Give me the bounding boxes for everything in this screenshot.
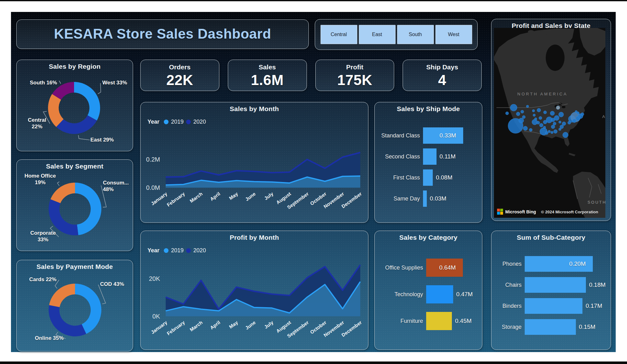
map-bubble[interactable] <box>550 111 555 115</box>
dashboard-page: KESARA Store Sales Dashboard Central Eas… <box>0 0 627 364</box>
bar[interactable] <box>423 169 433 186</box>
filter-button-east[interactable]: East <box>359 25 396 44</box>
sales-by-region-chart[interactable]: Sales by Region West 33%East 29%Central2… <box>16 60 133 151</box>
map-bubble[interactable] <box>575 110 577 113</box>
map-bubble[interactable] <box>544 111 547 114</box>
area-chart-svg[interactable]: 0.0M0.2MJanuaryFebruaryMarchAprilMayJune… <box>141 102 368 222</box>
map-bubble[interactable] <box>572 119 576 123</box>
region-filter-panel: Central East South West <box>315 19 478 50</box>
map-bubble[interactable] <box>533 114 535 116</box>
donut-slice-online[interactable] <box>49 305 86 336</box>
map-bubble[interactable] <box>522 115 525 119</box>
bar-row-chairs: Chairs0.18M <box>496 277 606 293</box>
bar-row-second-class: Second Class0.11M <box>379 148 478 165</box>
page-title: KESARA Store Sales Dashboard <box>17 20 308 48</box>
x-axis-label: April <box>209 191 221 202</box>
kpi-card-sales[interactable]: Sales 1.6M <box>228 60 307 91</box>
map-bubble[interactable] <box>532 110 535 112</box>
map-bubble[interactable] <box>539 116 542 120</box>
bar[interactable] <box>525 319 576 335</box>
map-bubble[interactable] <box>534 118 537 120</box>
map-bubble[interactable] <box>554 115 559 120</box>
map-bubble[interactable] <box>537 108 541 112</box>
map-atlantic-letter: A <box>602 114 605 119</box>
filter-button-south[interactable]: South <box>397 25 434 44</box>
map-panel[interactable]: Profit and Sales by State <box>491 19 611 221</box>
map-bubble[interactable] <box>543 126 546 129</box>
map-bubble[interactable] <box>562 122 566 126</box>
bar[interactable] <box>525 277 586 293</box>
map-bubble[interactable] <box>510 104 517 111</box>
map-bubble-layer[interactable] <box>494 28 605 218</box>
area-chart-svg[interactable]: 0K20KJanuaryFebruaryMarchAprilMayJuneJul… <box>141 231 368 350</box>
map-bubble[interactable] <box>554 130 557 133</box>
bar-row-office-supplies: Office Supplies0.64M <box>379 259 478 277</box>
bar-row-binders: Binders0.17M <box>496 298 606 314</box>
map-bubble[interactable] <box>545 131 548 135</box>
bar-rows: Standard Class0.33MSecond Class0.11MFirs… <box>379 127 478 207</box>
map-bubble[interactable] <box>506 112 509 115</box>
map-bubble[interactable] <box>556 106 560 110</box>
leader-line <box>98 83 101 94</box>
chart-title: Sum of Sub-Category <box>491 234 611 241</box>
filter-button-central[interactable]: Central <box>320 25 357 44</box>
profit-by-month-chart[interactable]: Profit by Month Year 2019 2020 0K20KJanu… <box>140 231 368 350</box>
bar-track: 0.47M <box>426 285 478 303</box>
map-bubble[interactable] <box>539 123 543 127</box>
sum-of-sub-category-chart[interactable]: Sum of Sub-Category Phones0.20MChairs0.1… <box>491 231 611 350</box>
donut-svg[interactable] <box>17 260 133 351</box>
y-axis-label: 0.2M <box>146 156 160 163</box>
kpi-row: Orders 22K Sales 1.6M Profit 175K Ship D… <box>140 60 482 91</box>
leader-line <box>59 81 61 84</box>
kpi-card-profit[interactable]: Profit 175K <box>315 60 394 91</box>
map-bubble[interactable] <box>559 112 564 117</box>
slice-label: Consum...48% <box>103 179 130 193</box>
map-bubble[interactable] <box>581 113 584 116</box>
map-bubble[interactable] <box>529 128 532 131</box>
map-bubble[interactable] <box>548 130 550 133</box>
bar-value-label: 0.03M <box>430 195 447 202</box>
donut-slice-consumer[interactable] <box>75 183 101 235</box>
bar-value-label: 0.47M <box>456 291 473 298</box>
sales-by-ship-mode-chart[interactable]: Sales by Ship Mode Standard Class0.33MSe… <box>374 102 482 223</box>
bar-value-label: 0.20M <box>569 260 586 267</box>
sales-by-payment-mode-chart[interactable]: Sales by Payment Mode COD 43%Online 35%C… <box>16 260 133 351</box>
bar-value-label: 0.11M <box>440 153 456 160</box>
map-bubble[interactable] <box>521 110 524 113</box>
kpi-label: Profit <box>316 63 394 71</box>
map-bubble[interactable] <box>553 122 556 125</box>
map-region-label: NORTH AMERICA <box>517 92 568 96</box>
bar-track: 0.18M <box>525 277 606 293</box>
sales-by-segment-chart[interactable]: Sales by Segment Consum...48%Corporate33… <box>16 159 133 251</box>
kpi-card-orders[interactable]: Orders 22K <box>140 60 219 91</box>
map-bubble[interactable] <box>551 125 555 129</box>
map-bubble[interactable] <box>559 121 561 123</box>
map-bubble[interactable] <box>568 121 571 124</box>
bing-map[interactable]: NORTH AMERICA SOUTH A Microsoft Bing © 2… <box>494 28 605 218</box>
bar-category-label: Chairs <box>496 282 522 288</box>
kpi-card-ship-days[interactable]: Ship Days 4 <box>403 60 482 91</box>
bar-row-standard-class: Standard Class0.33M <box>379 127 478 144</box>
map-bubble[interactable] <box>523 126 528 131</box>
map-bubble[interactable] <box>516 112 520 116</box>
map-bubble[interactable] <box>526 105 529 108</box>
filter-button-west[interactable]: West <box>435 25 472 44</box>
bar[interactable] <box>423 190 427 207</box>
map-bubble[interactable] <box>537 121 540 124</box>
sales-by-category-chart[interactable]: Sales by Category Office Supplies0.64MTe… <box>374 231 482 350</box>
bar-category-label: Technology <box>379 291 423 298</box>
x-axis-label: February <box>166 319 186 336</box>
bing-attribution-row: Microsoft Bing <box>497 209 536 215</box>
bar[interactable] <box>423 148 437 165</box>
map-bubble[interactable] <box>519 118 524 123</box>
donut-slice-west[interactable] <box>74 82 100 120</box>
bar-row-storage: Storage0.15M <box>496 319 606 335</box>
x-axis-label: May <box>228 319 239 329</box>
bar[interactable] <box>426 312 452 330</box>
map-bubble[interactable] <box>563 132 568 138</box>
donut-slice-cards[interactable] <box>49 284 75 307</box>
map-bubble[interactable] <box>551 131 553 134</box>
bar[interactable] <box>426 285 453 303</box>
sales-by-month-chart[interactable]: Sales by Month Year 2019 2020 0.0M0.2MJa… <box>140 102 368 223</box>
bar[interactable] <box>525 298 582 314</box>
